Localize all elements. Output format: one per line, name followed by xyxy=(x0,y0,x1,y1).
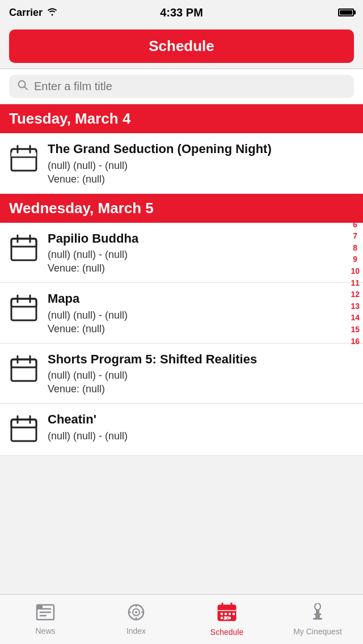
film-time: (null) (null) - (null) xyxy=(48,370,354,382)
status-time: 4:33 PM xyxy=(160,6,203,19)
index-item-11[interactable]: 11 xyxy=(351,278,360,289)
film-venue: Venue: (null) xyxy=(48,323,354,335)
index-item-4[interactable]: 4 xyxy=(353,196,357,207)
calendar-icon xyxy=(9,293,39,323)
index-item-16[interactable]: 16 xyxy=(351,336,360,348)
svg-rect-20 xyxy=(11,359,36,381)
index-item-5[interactable]: 5 xyxy=(353,207,357,219)
day-header-tuesday: Tuesday, March 4 xyxy=(0,104,363,133)
tab-mycinequest[interactable]: My Cinequest xyxy=(272,595,363,644)
index-item-12[interactable]: 12 xyxy=(351,289,360,300)
svg-rect-61 xyxy=(315,615,320,618)
svg-text:25: 25 xyxy=(223,615,229,621)
svg-rect-8 xyxy=(11,239,36,260)
svg-point-58 xyxy=(315,603,320,610)
svg-rect-60 xyxy=(314,613,321,615)
news-icon xyxy=(36,604,55,624)
film-title: Papilio Buddha xyxy=(48,231,354,247)
calendar-icon xyxy=(9,414,39,443)
index-item-7[interactable]: 7 xyxy=(353,231,357,242)
film-time: (null) (null) - (null) xyxy=(48,160,354,172)
svg-rect-54 xyxy=(221,617,223,619)
film-venue: Venue: (null) xyxy=(48,383,354,395)
film-title: Cheatin' xyxy=(48,412,354,427)
calendar-icon xyxy=(9,233,39,262)
schedule-content: Tuesday, March 4 The Grand Seduction (Op… xyxy=(0,104,363,506)
svg-rect-59 xyxy=(316,609,319,614)
list-item[interactable]: Mapa (null) (null) - (null) Venue: (null… xyxy=(0,283,363,344)
svg-rect-14 xyxy=(11,299,36,320)
tab-index[interactable]: Index xyxy=(91,595,182,644)
svg-line-1 xyxy=(24,87,27,90)
svg-point-39 xyxy=(135,611,137,613)
tab-bar: News Index xyxy=(0,594,363,644)
calendar-icon xyxy=(9,143,39,173)
index-item-9[interactable]: 9 xyxy=(353,254,357,265)
search-bar xyxy=(0,69,363,104)
index-item-14[interactable]: 14 xyxy=(351,312,360,324)
calendar-icon xyxy=(9,354,39,383)
schedule-icon: 25 xyxy=(217,603,237,625)
list-item[interactable]: Cheatin' (null) (null) - (null) xyxy=(0,404,363,456)
day-header-tuesday-label: Tuesday, March 4 xyxy=(9,110,130,127)
tab-news[interactable]: News xyxy=(0,595,91,644)
film-info: The Grand Seduction (Opening Night) (nul… xyxy=(48,141,354,185)
index-item-10[interactable]: 10 xyxy=(351,266,360,277)
film-title: Shorts Program 5: Shifted Realities xyxy=(48,351,354,367)
list-item[interactable]: The Grand Seduction (Opening Night) (nul… xyxy=(0,133,363,194)
list-item[interactable]: Shorts Program 5: Shifted Realities (nul… xyxy=(0,344,363,404)
index-item-15[interactable]: 15 xyxy=(351,324,360,336)
tab-schedule-label: Schedule xyxy=(210,628,243,637)
battery-indicator xyxy=(338,9,354,16)
schedule-header-button[interactable]: Schedule xyxy=(9,29,354,63)
tab-mycinequest-label: My Cinequest xyxy=(293,627,342,636)
film-info: Papilio Buddha (null) (null) - (null) Ve… xyxy=(48,231,354,275)
film-title: The Grand Seduction (Opening Night) xyxy=(48,141,354,157)
svg-rect-36 xyxy=(37,605,43,609)
carrier-wifi: Carrier xyxy=(9,7,58,19)
svg-rect-62 xyxy=(313,618,322,620)
film-time: (null) (null) - (null) xyxy=(48,310,354,321)
svg-rect-50 xyxy=(221,613,223,615)
index-item-13[interactable]: 13 xyxy=(351,301,360,312)
film-info: Cheatin' (null) (null) - (null) xyxy=(48,412,354,444)
index-item-8[interactable]: 8 xyxy=(353,243,357,254)
film-venue: Venue: (null) xyxy=(48,262,354,274)
index-sidebar: 4 5 6 7 8 9 10 11 12 13 14 15 16 xyxy=(347,194,363,350)
index-icon xyxy=(126,604,146,624)
film-info: Shorts Program 5: Shifted Realities (nul… xyxy=(48,351,354,396)
film-info: Mapa (null) (null) - (null) Venue: (null… xyxy=(48,291,354,335)
svg-rect-53 xyxy=(233,613,235,615)
film-venue: Venue: (null) xyxy=(48,173,354,185)
carrier-label: Carrier xyxy=(9,7,43,19)
mycinequest-icon xyxy=(310,603,325,624)
film-time: (null) (null) - (null) xyxy=(48,430,354,442)
svg-rect-26 xyxy=(11,420,36,441)
list-item[interactable]: Papilio Buddha (null) (null) - (null) Ve… xyxy=(0,223,363,283)
svg-rect-4 xyxy=(11,152,36,157)
index-item-6[interactable]: 6 xyxy=(353,219,357,231)
film-title: Mapa xyxy=(48,291,354,307)
battery-icon xyxy=(338,9,354,16)
film-time: (null) (null) - (null) xyxy=(48,249,354,261)
day-header-wednesday-label: Wednesday, March 5 xyxy=(9,200,154,217)
tab-index-label: Index xyxy=(126,626,146,635)
search-input[interactable] xyxy=(34,80,346,93)
tab-news-label: News xyxy=(35,626,55,635)
search-icon xyxy=(17,79,28,94)
wifi-icon xyxy=(46,7,58,19)
tab-schedule[interactable]: 25 Schedule xyxy=(182,595,272,644)
status-bar: Carrier 4:33 PM xyxy=(0,0,363,25)
day-header-wednesday: Wednesday, March 5 4 5 6 7 8 9 10 11 12 … xyxy=(0,194,363,223)
search-input-wrap xyxy=(9,75,354,98)
app-header: Schedule xyxy=(0,25,363,69)
